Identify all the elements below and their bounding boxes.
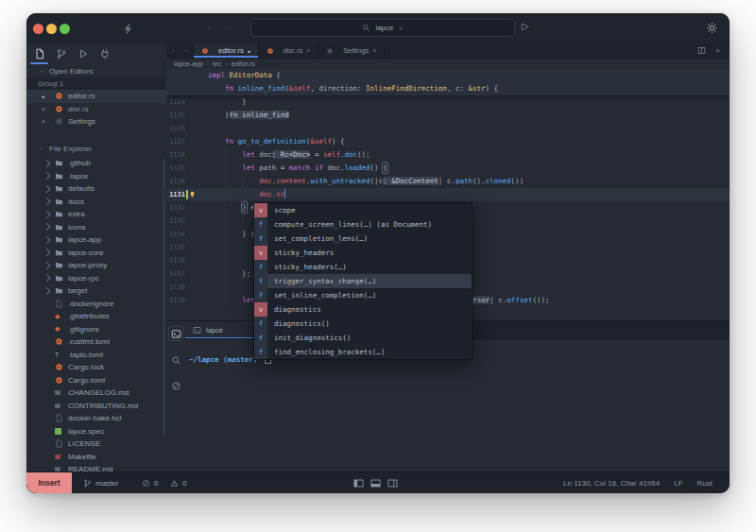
toggle-bottom-panel-icon[interactable] (370, 478, 381, 489)
code-line[interactable]: 1130 doc.content.with_untracked(|c: &Doc… (166, 175, 730, 188)
activity-source-control[interactable] (54, 47, 68, 61)
tree-file-row[interactable]: MCONTRIBUTING.md (26, 400, 166, 413)
open-editor-item[interactable]: ×doc.rs (26, 103, 166, 116)
close-icon[interactable]: × (372, 47, 376, 54)
close-icon[interactable]: × (715, 46, 720, 55)
tree-file-row[interactable]: T.taplo.toml (26, 349, 166, 362)
tree-file-row[interactable]: .dockerignore (26, 298, 166, 311)
tab-Settings[interactable]: Settings× (318, 43, 385, 58)
completion-label: set_completion_lens(…) (267, 232, 368, 246)
completion-item[interactable]: vsticky_headers (254, 246, 472, 260)
toggle-left-panel-icon[interactable] (353, 478, 364, 489)
activity-plugins[interactable] (97, 47, 112, 61)
problems-panel-button[interactable] (169, 379, 182, 392)
open-editor-item[interactable]: ●editor.rs (26, 90, 166, 103)
tree-folder-row[interactable]: .lapce (26, 170, 166, 183)
breadcrumb-part[interactable]: lapce-app (174, 60, 203, 67)
tree-item-label: CONTRIBUTING.md (68, 402, 138, 410)
activity-file-explorer[interactable] (32, 47, 46, 61)
completion-item[interactable]: fcompute_screen_lines(…) (as Document) (254, 217, 472, 232)
git-branch-indicator[interactable]: master (83, 472, 118, 493)
file-explorer-header[interactable]: File Explorer (26, 142, 166, 155)
activity-debug[interactable] (76, 47, 90, 61)
tree-folder-row[interactable]: lapce-core (26, 247, 166, 260)
completion-item[interactable]: vdiagnostics (254, 302, 472, 317)
completion-item[interactable]: vscope (254, 203, 472, 217)
completion-item[interactable]: fset_inline_completion(…) (254, 288, 472, 302)
open-editor-item[interactable]: ×Settings (26, 115, 166, 129)
completion-item[interactable]: fdiagnostics() (254, 317, 472, 331)
breadcrumb[interactable]: lapce-app›src›editor.rs (166, 58, 730, 69)
function-kind-icon: f (254, 260, 267, 274)
command-palette-input[interactable]: lapce ∨ (250, 19, 515, 37)
lightbulb-icon[interactable] (188, 190, 197, 199)
warning-count[interactable]: 0 (170, 472, 186, 493)
error-count[interactable]: 0 (142, 472, 158, 493)
language-indicator[interactable]: Rust (697, 479, 713, 488)
nav-back-button[interactable]: ← (204, 21, 217, 31)
toggle-right-panel-icon[interactable] (387, 478, 398, 489)
statusbar-right: Ln 1130, Col 18, Char 41964 LF Rust (563, 472, 713, 493)
cursor-position[interactable]: Ln 1130, Col 18, Char 41964 (563, 479, 660, 488)
tree-file-row[interactable]: ◆.gitignore (26, 323, 166, 336)
tree-file-row[interactable]: LICENSE (26, 438, 166, 451)
tree-folder-row[interactable]: extra (26, 208, 166, 221)
close-icon[interactable]: × (306, 47, 310, 54)
file-icon (55, 414, 63, 422)
close-window-button[interactable] (33, 24, 43, 34)
tree-folder-row[interactable]: .github (26, 157, 166, 170)
completion-item[interactable]: ffind_enclosing_brackets(…) (254, 345, 472, 359)
tree-folder-row[interactable]: lapce-rpc (26, 272, 166, 285)
eol-indicator[interactable]: LF (674, 479, 682, 488)
close-icon[interactable]: × (42, 106, 55, 112)
tabs-next-button[interactable]: › (180, 43, 193, 58)
breadcrumb-part[interactable]: src (213, 60, 221, 67)
tree-file-row[interactable]: docker-bake.hcl (26, 412, 166, 425)
completion-label: sticky_headers(…) (267, 260, 347, 274)
tree-file-row[interactable]: ◆.gitattributes (26, 310, 166, 323)
close-icon[interactable]: × (42, 118, 55, 125)
tabs-prev-button[interactable]: ‹ (166, 43, 180, 58)
tree-folder-row[interactable]: target (26, 284, 166, 298)
tree-folder-row[interactable]: defaults (26, 182, 166, 196)
code-line[interactable]: 1129 let path = match if doc.loaded() { (166, 162, 730, 175)
completion-item[interactable]: fsticky_headers(…) (254, 260, 472, 274)
sidebar-scrollbar[interactable] (163, 159, 165, 438)
tree-file-row[interactable]: Cargo.toml (26, 374, 166, 387)
breadcrumb-part[interactable]: editor.rs (232, 60, 255, 67)
settings-gear-icon[interactable] (706, 22, 718, 34)
tree-file-row[interactable]: MMakefile (26, 451, 166, 464)
tree-folder-row[interactable]: lapce-app (26, 233, 166, 247)
tab-editor.rs[interactable]: editor.rs● (193, 43, 259, 58)
code-line[interactable]: 1127 fn go_to_definition(&self) { (166, 135, 730, 148)
nav-forward-button[interactable]: → (221, 21, 234, 31)
terminal-panel-button[interactable] (168, 326, 183, 341)
completion-item[interactable]: fset_completion_lens(…) (254, 232, 472, 246)
run-button[interactable]: ▷ (522, 21, 529, 31)
minimize-window-button[interactable] (46, 24, 57, 34)
completion-item[interactable]: ftrigger_syntax_change(…) (254, 274, 472, 288)
tree-file-row[interactable]: MCHANGELOG.md (26, 386, 166, 400)
code-line[interactable]: 1128 let doc: Rc<Doc> = self.doc(); (166, 148, 730, 162)
sidebar: Open Editors Group 1 ●editor.rs×doc.rs×S… (26, 43, 167, 472)
code-line[interactable]: 1125 }fn inline_find (166, 109, 730, 122)
open-editors-header[interactable]: Open Editors (26, 64, 166, 77)
tree-folder-row[interactable]: lapce-proxy (26, 259, 166, 272)
code-line[interactable]: 1131 doc.sc (166, 188, 730, 201)
chevron-down-icon: ∨ (399, 25, 404, 32)
completion-item[interactable]: finit_diagnostics() (254, 331, 472, 345)
search-panel-button[interactable] (169, 353, 182, 367)
tab-doc.rs[interactable]: doc.rs× (259, 43, 319, 58)
tree-file-row[interactable]: .rustfmt.toml (26, 335, 166, 349)
tree-folder-row[interactable]: docs (26, 196, 166, 209)
code-line[interactable]: 1124 } (166, 95, 730, 109)
tabbar-actions: × (697, 43, 730, 58)
zoom-window-button[interactable] (60, 24, 70, 34)
mode-badge[interactable]: Insert (26, 472, 72, 493)
tree-file-row[interactable]: lapce.spec (26, 425, 166, 438)
makefile-icon: M (55, 454, 60, 460)
tree-folder-row[interactable]: icons (26, 221, 166, 234)
code-line[interactable]: 1126 (166, 122, 730, 135)
split-editor-icon[interactable] (697, 46, 706, 55)
tree-file-row[interactable]: Cargo.lock (26, 361, 166, 374)
